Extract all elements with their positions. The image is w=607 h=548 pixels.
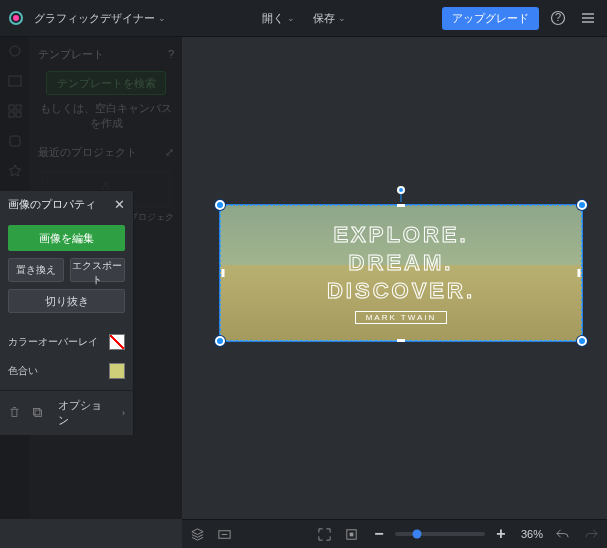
expand-icon[interactable]: ⤢ [165,146,174,159]
svg-rect-11 [33,408,39,414]
svg-rect-6 [9,105,14,110]
selected-image[interactable]: EXPLORE. DREAM. DISCOVER. MARK TWAIN [220,205,582,341]
sidebar-templates-text: テンプレート [38,47,104,62]
options-button[interactable]: オプション › [58,398,125,428]
zoom-slider-thumb[interactable] [412,530,421,539]
zoom-percent: 36% [521,528,543,540]
bottombar-right [555,527,599,542]
replace-button[interactable]: 置き換え [8,258,64,282]
panel-button-row: 置き換え エクスポート [8,258,125,282]
menu-open[interactable]: 開く ⌄ [262,11,295,26]
options-label: オプション [58,398,102,428]
delete-icon[interactable] [8,406,21,421]
rail-grid-icon[interactable] [7,103,23,119]
topbar-right: アップグレード ? [442,7,599,30]
resize-handle-top[interactable] [397,204,405,207]
app-title-text: グラフィックデザイナー [34,11,155,26]
svg-rect-12 [35,410,41,416]
rail-shape-icon[interactable] [7,133,23,149]
duplicate-icon[interactable] [31,406,44,421]
resize-handle-tr[interactable] [577,200,587,210]
search-templates-button[interactable]: テンプレートを検索 [46,71,166,95]
export-button[interactable]: エクスポート [70,258,126,282]
rail-star-icon[interactable] [7,163,23,179]
color-overlay-swatch[interactable] [109,334,125,350]
artwork-line1: EXPLORE. [333,222,468,248]
top-menu: 開く ⌄ 保存 ⌄ [262,11,346,26]
resize-handle-right[interactable] [578,269,581,277]
undo-icon[interactable] [555,527,570,542]
menu-save[interactable]: 保存 ⌄ [313,11,346,26]
artwork-author: MARK TWAIN [355,311,448,324]
zoom-controls: − + 36% [371,526,543,542]
rail-image-icon[interactable] [7,73,23,89]
svg-rect-9 [16,112,21,117]
layers-icon[interactable] [190,527,205,542]
canvas-area[interactable]: EXPLORE. DREAM. DISCOVER. MARK TWAIN [182,37,607,519]
fit-screen-icon[interactable] [317,527,332,542]
bottom-bar: − + 36% [182,519,607,548]
rail-home-icon[interactable] [7,43,23,59]
svg-point-4 [10,46,20,56]
crop-button[interactable]: 切り抜き [8,289,125,313]
sidebar-recent-heading: 最近のプロジェクト ⤢ [38,141,174,163]
svg-point-1 [13,15,19,21]
redo-icon[interactable] [584,527,599,542]
artwork-line3: DISCOVER. [327,278,475,304]
svg-rect-7 [16,105,21,110]
resize-handle-left[interactable] [222,269,225,277]
svg-rect-15 [350,532,354,536]
resize-canvas-icon[interactable] [217,527,232,542]
blank-canvas-text: もしくは、空白キャンバスを作成 [38,101,174,131]
zoom-out-button[interactable]: − [371,526,387,542]
zoom-slider[interactable] [395,532,485,536]
svg-rect-8 [9,112,14,117]
help-icon[interactable]: ? [547,7,569,29]
app-logo-icon [8,10,24,26]
rotation-handle[interactable] [397,186,405,194]
tint-row[interactable]: 色合い [8,360,125,382]
color-overlay-row[interactable]: カラーオーバーレイ [8,331,125,353]
svg-rect-10 [10,136,20,146]
close-icon[interactable]: ✕ [114,197,125,212]
zoom-in-button[interactable]: + [493,526,509,542]
resize-handle-br[interactable] [577,336,587,346]
resize-handle-tl[interactable] [215,200,225,210]
chevron-right-icon: › [122,408,125,418]
chevron-down-icon: ⌄ [287,13,295,23]
menu-open-label: 開く [262,11,284,26]
help-dot-icon: ? [168,48,174,60]
chevron-down-icon: ⌄ [338,13,346,23]
panel-header: 画像のプロパティ ✕ [0,191,133,217]
artwork-text-group: EXPLORE. DREAM. DISCOVER. MARK TWAIN [221,206,581,340]
resize-handle-bl[interactable] [215,336,225,346]
sidebar-recent-text: 最近のプロジェクト [38,145,137,160]
resize-handle-bottom[interactable] [397,339,405,342]
app-title[interactable]: グラフィックデザイナー ⌄ [34,11,166,26]
panel-body: 画像を編集 置き換え エクスポート 切り抜き カラーオーバーレイ 色合い [0,217,133,390]
tint-label: 色合い [8,364,38,378]
top-bar: グラフィックデザイナー ⌄ 開く ⌄ 保存 ⌄ アップグレード ? [0,0,607,37]
sidebar-templates-heading: テンプレート ? [38,43,174,65]
chevron-down-icon: ⌄ [158,13,166,23]
color-overlay-label: カラーオーバーレイ [8,335,98,349]
hamburger-menu-icon[interactable] [577,7,599,29]
tint-swatch[interactable] [109,363,125,379]
upgrade-button[interactable]: アップグレード [442,7,539,30]
svg-text:?: ? [555,11,561,23]
artwork-line2: DREAM. [349,250,454,276]
menu-save-label: 保存 [313,11,335,26]
svg-rect-5 [9,76,21,86]
image-properties-panel: 画像のプロパティ ✕ 画像を編集 置き換え エクスポート 切り抜き カラーオーバ… [0,190,134,435]
edit-image-button[interactable]: 画像を編集 [8,225,125,251]
panel-title: 画像のプロパティ [8,197,96,212]
actual-size-icon[interactable] [344,527,359,542]
panel-footer: オプション › [0,390,133,435]
